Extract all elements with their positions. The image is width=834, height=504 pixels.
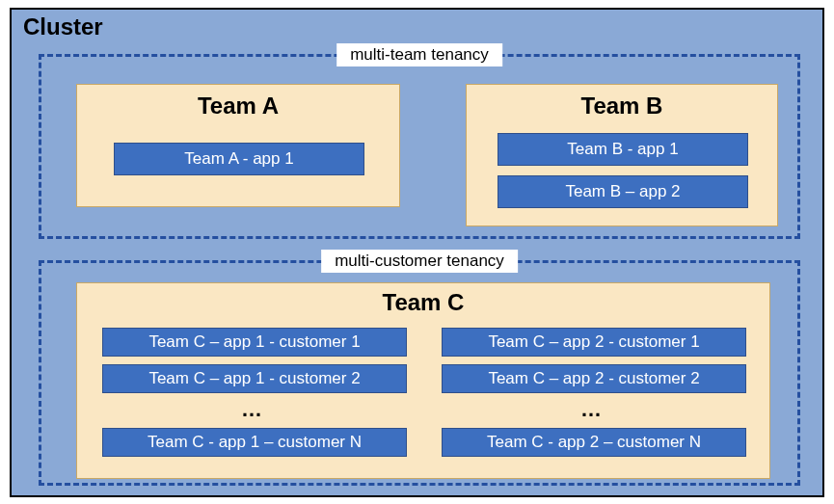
multi-customer-label: multi-customer tenancy xyxy=(321,250,518,273)
team-c-app2-cust2: Team C – app 2 - customer 2 xyxy=(442,364,746,393)
team-c-col1-ellipsis: … xyxy=(241,397,262,422)
multi-customer-region: multi-customer tenancy Team C Team C – a… xyxy=(39,260,800,486)
team-a-app1: Team A - app 1 xyxy=(114,143,364,175)
team-b-app1: Team B - app 1 xyxy=(498,133,748,166)
team-b-title: Team B xyxy=(467,93,777,119)
team-c-col2-ellipsis: … xyxy=(580,397,602,422)
team-c-app1-cust2: Team C – app 1 - customer 2 xyxy=(102,364,407,393)
team-c-app2-custN: Team C - app 2 – customer N xyxy=(442,428,746,457)
cluster-container: Cluster multi-team tenancy Team A Team A… xyxy=(10,8,824,497)
team-b-box: Team B Team B - app 1 Team B – app 2 xyxy=(466,84,778,226)
team-a-box: Team A Team A - app 1 xyxy=(76,84,400,207)
team-c-app1-cust1: Team C – app 1 - customer 1 xyxy=(102,328,407,357)
team-c-box: Team C Team C – app 1 - customer 1 Team … xyxy=(76,282,770,479)
multi-team-label: multi-team tenancy xyxy=(336,43,502,66)
team-c-title: Team C xyxy=(77,289,769,316)
multi-team-region: multi-team tenancy Team A Team A - app 1… xyxy=(39,54,800,239)
team-b-app2: Team B – app 2 xyxy=(498,175,748,208)
cluster-title: Cluster xyxy=(23,13,103,40)
team-c-app1-custN: Team C - app 1 – customer N xyxy=(102,428,407,457)
team-c-app2-cust1: Team C – app 2 - customer 1 xyxy=(442,328,746,357)
team-a-title: Team A xyxy=(77,93,399,119)
